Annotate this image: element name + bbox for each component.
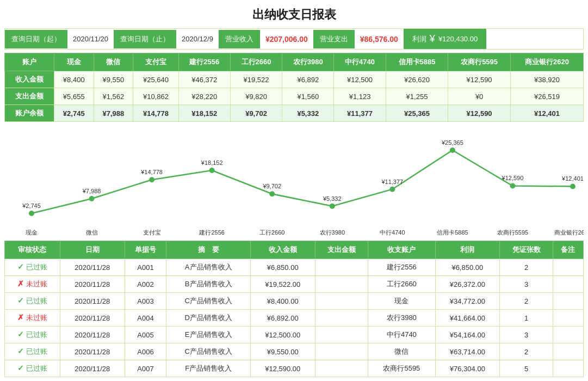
detail-cell: A产品销售收入 — [166, 259, 250, 276]
summary-cell: ¥26,620 — [386, 71, 448, 88]
summary-cell: ¥9,702 — [230, 105, 282, 122]
detail-status: ✓ 已过账 — [5, 327, 60, 343]
svg-text:¥5,332: ¥5,332 — [323, 195, 342, 202]
detail-cell: ¥9,550.00 — [250, 343, 315, 360]
detail-col-header: 利润 — [435, 241, 500, 259]
detail-cell: 1 — [500, 310, 553, 327]
detail-cell — [553, 360, 583, 377]
detail-status: ✗ 未过账 — [5, 276, 60, 293]
summary-cell: ¥12,401 — [510, 105, 583, 122]
detail-cell: A001 — [125, 259, 166, 276]
summary-cell: ¥1,560 — [282, 88, 334, 105]
detail-cell: ¥6,850.00 — [250, 259, 315, 276]
summary-cell: ¥9,820 — [230, 88, 282, 105]
svg-text:¥9,702: ¥9,702 — [262, 183, 281, 189]
profit-value: ¥120,430.00 — [438, 35, 478, 43]
summary-cell: ¥7,988 — [94, 105, 133, 122]
svg-point-18 — [389, 187, 395, 192]
detail-cell — [315, 276, 368, 293]
summary-cell: ¥1,255 — [386, 88, 448, 105]
detail-cell — [315, 343, 368, 360]
summary-row: 支出金额¥5,655¥1,562¥10,862¥28,220¥9,820¥1,5… — [5, 88, 584, 105]
svg-point-0 — [29, 211, 34, 216]
summary-col-header: 账户 — [5, 53, 54, 71]
detail-cell: 2020/11/28 — [60, 360, 125, 377]
detail-cell: 2020/11/28 — [60, 327, 125, 343]
detail-row: ✓ 已过账2020/11/28A006C产品销售收入¥9,550.00微信¥63… — [5, 343, 584, 360]
detail-cell: 2020/11/28 — [60, 293, 125, 310]
detail-col-header: 审核状态 — [5, 241, 60, 259]
detail-row: ✓ 已过账2020/11/28A007F产品销售收入¥12,590.00农商行5… — [5, 360, 584, 377]
detail-cell: 工行2660 — [368, 276, 435, 293]
detail-cell — [553, 310, 583, 327]
detail-cell: A007 — [125, 360, 166, 377]
svg-text:¥18,152: ¥18,152 — [201, 159, 223, 166]
detail-row: ✓ 已过账2020/11/28A001A产品销售收入¥6,850.00建行255… — [5, 259, 584, 276]
summary-row-label: 收入金额 — [5, 71, 54, 88]
detail-cell — [315, 259, 368, 276]
summary-row-label: 账户余额 — [5, 105, 54, 122]
summary-table: 账户现金微信支付宝建行2556工行2660农行3980中行4740信用卡5885… — [4, 53, 584, 122]
revenue-value: ¥207,006.00 — [260, 33, 313, 46]
svg-text:¥12,590: ¥12,590 — [502, 175, 524, 181]
summary-col-header: 建行2556 — [178, 53, 230, 71]
svg-text:¥11,377: ¥11,377 — [381, 179, 403, 185]
detail-status: ✓ 已过账 — [5, 293, 60, 310]
query-start-label: 查询日期（起） — [5, 30, 67, 48]
detail-col-header: 摘 要 — [166, 241, 250, 259]
summary-cell: ¥46,372 — [178, 71, 230, 88]
yen-symbol: ¥ — [430, 33, 435, 45]
detail-col-header: 收入金额 — [250, 241, 315, 259]
detail-cell: ¥76,304.00 — [435, 360, 500, 377]
svg-text:¥12,401: ¥12,401 — [561, 175, 584, 182]
svg-point-9 — [209, 168, 215, 173]
summary-cell: ¥38,920 — [510, 71, 583, 88]
expense-value: ¥86,576.00 — [355, 33, 404, 46]
summary-cell: ¥25,640 — [133, 71, 178, 88]
svg-point-27 — [570, 183, 575, 189]
detail-cell: 农商行5595 — [368, 360, 435, 377]
summary-cell: ¥1,562 — [94, 88, 133, 105]
detail-row: ✗ 未过账2020/11/28A002B产品销售收入¥19,522.00工行26… — [5, 276, 584, 293]
summary-cell: ¥6,892 — [282, 71, 334, 88]
summary-cell: ¥12,590 — [448, 105, 511, 122]
svg-text:农商行5595: 农商行5595 — [497, 229, 528, 236]
detail-cell: C产品销售收入 — [166, 343, 250, 360]
summary-cell: ¥1,123 — [334, 88, 386, 105]
detail-cell: 2 — [500, 293, 553, 310]
detail-cell: 现金 — [368, 293, 435, 310]
detail-cell — [553, 327, 583, 343]
summary-row-label: 支出金额 — [5, 88, 54, 105]
detail-row: ✓ 已过账2020/11/28A003C产品销售收入¥8,400.00现金¥34… — [5, 293, 584, 310]
summary-col-header: 农商行5595 — [448, 53, 511, 71]
summary-cell: ¥2,745 — [54, 105, 94, 122]
detail-cell — [553, 276, 583, 293]
profit-label: 利润 — [412, 34, 426, 44]
svg-text:微信: 微信 — [86, 229, 98, 236]
detail-cell: F产品销售收入 — [166, 360, 250, 377]
detail-cell: C产品销售收入 — [166, 293, 250, 310]
detail-cell — [315, 360, 368, 377]
detail-table: 审核状态日期单据号摘 要收入金额支出金额收支账户利润凭证张数备注 ✓ 已过账20… — [4, 241, 584, 377]
summary-cell: ¥5,655 — [54, 88, 94, 105]
svg-text:信用卡5885: 信用卡5885 — [437, 229, 468, 236]
svg-text:¥7,988: ¥7,988 — [82, 188, 101, 194]
detail-cell: 2 — [500, 259, 553, 276]
summary-cell: ¥26,519 — [510, 88, 583, 105]
detail-cell: D产品销售收入 — [166, 310, 250, 327]
detail-cell: ¥26,372.00 — [435, 276, 500, 293]
detail-cell: 农行3980 — [368, 310, 435, 327]
detail-cell: A004 — [125, 310, 166, 327]
detail-cell: 3 — [500, 276, 553, 293]
summary-cell: ¥8,400 — [54, 71, 94, 88]
query-start-value: 2020/11/20 — [67, 33, 114, 45]
detail-cell: ¥54,164.00 — [435, 327, 500, 343]
detail-cell: 建行2556 — [368, 259, 435, 276]
detail-cell: 2020/11/28 — [60, 343, 125, 360]
detail-cell: 微信 — [368, 343, 435, 360]
detail-cell — [315, 310, 368, 327]
svg-text:工行2660: 工行2660 — [259, 229, 284, 236]
page-title: 出纳收支日报表 — [0, 0, 588, 28]
detail-cell — [553, 293, 583, 310]
profit-section: 利润 ¥ ¥120,430.00 — [404, 29, 486, 49]
